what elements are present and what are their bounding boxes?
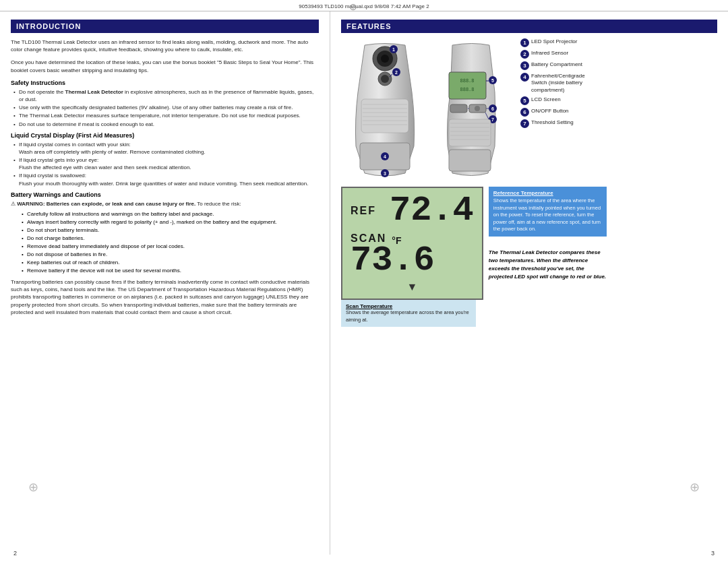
safety-bullet-1: Do not operate the Thermal Leak Detector… bbox=[13, 88, 319, 103]
page-number-right: 3 bbox=[711, 550, 715, 557]
feature-item-6: 6 ON/OFF Button bbox=[520, 108, 585, 117]
features-section-title: FEATURES bbox=[341, 20, 717, 33]
feature-item-4: 4 Fahrenheit/CentigradeSwitch (inside ba… bbox=[520, 73, 585, 94]
feature-item-5: 5 LCD Screen bbox=[520, 96, 585, 105]
scan-annotation-title: Scan Temperature bbox=[346, 303, 471, 309]
svg-text:6: 6 bbox=[491, 106, 494, 111]
battery-sub-1: Carefully follow all instructions and wa… bbox=[22, 210, 319, 218]
feature-item-1: 1 LED Spot Projector bbox=[520, 38, 585, 47]
feature-label-5: LCD Screen bbox=[531, 96, 561, 103]
lcd-left: REF 72.4 SCAN °F 73.6 ▼ Scan bbox=[341, 187, 483, 327]
feature-num-4: 4 bbox=[520, 73, 529, 82]
warning-bold-text: WARNING: Batteries can explode, or leak … bbox=[17, 201, 195, 207]
svg-text:4: 4 bbox=[384, 154, 386, 159]
scan-annotation: Scan Temperature Shows the average tempe… bbox=[341, 300, 476, 327]
features-upper: 1 2 bbox=[341, 38, 717, 181]
warning-suffix: To reduce the risk: bbox=[197, 201, 241, 207]
svg-point-6 bbox=[381, 75, 389, 83]
ref-annotation-title: Reference Temperature bbox=[493, 190, 602, 196]
header-text: 90539493 TLD100 manual.qxd 9/8/08 7:42 A… bbox=[299, 3, 429, 9]
page-number-left: 2 bbox=[13, 550, 17, 557]
feature-item-7: 7 Threshold Setting bbox=[520, 119, 585, 128]
feature-num-1: 1 bbox=[520, 38, 529, 47]
svg-point-2 bbox=[381, 55, 389, 63]
page-header: 90539493 TLD100 manual.qxd 9/8/08 7:42 A… bbox=[0, 0, 728, 11]
svg-text:3: 3 bbox=[384, 171, 386, 176]
feature-label-6: ON/OFF Button bbox=[531, 108, 569, 115]
svg-rect-22 bbox=[449, 72, 486, 99]
svg-text:888.8: 888.8 bbox=[460, 87, 474, 92]
intro-paragraph-1: The TLD100 Thermal Leak Detector uses an… bbox=[11, 38, 319, 53]
ref-annotation-box: Reference Temperature Shows the temperat… bbox=[489, 187, 607, 237]
lcd-ref-value: 72.4 bbox=[390, 193, 474, 228]
lcd-down-arrow: ▼ bbox=[351, 281, 474, 293]
intro-paragraph-2: Once you have determined the location of… bbox=[11, 59, 319, 73]
lcd-bullet-3: If liquid crystal is swallowed:Flush you… bbox=[13, 172, 319, 187]
feature-labels: 1 LED Spot Projector 2 Infrared Sensor 3… bbox=[515, 38, 585, 181]
right-annotations: Reference Temperature Shows the temperat… bbox=[489, 187, 607, 281]
svg-rect-10 bbox=[361, 99, 408, 133]
battery-paragraph: Transporting batteries can possibly caus… bbox=[11, 278, 319, 316]
battery-sub-6: Do not dispose of batteries in fire. bbox=[22, 251, 319, 259]
svg-rect-28 bbox=[450, 104, 467, 113]
lcd-title: Liquid Crystal Display (First Aid Measur… bbox=[11, 132, 319, 139]
device-side-diagram: 888.8 888.8 5 6 bbox=[435, 38, 510, 181]
feature-label-1: LED Spot Projector bbox=[531, 38, 577, 45]
right-panel: FEATURES bbox=[330, 11, 728, 555]
feature-label-2: Infrared Sensor bbox=[531, 50, 568, 57]
feature-label-7: Threshold Setting bbox=[531, 119, 574, 126]
battery-title: Battery Warnings and Cautions bbox=[11, 191, 319, 198]
ref-annotation-text: Shows the temperature of the area where … bbox=[493, 197, 602, 233]
reg-mark-top: ⊕ bbox=[349, 1, 357, 12]
feature-num-7: 7 bbox=[520, 119, 529, 128]
safety-bullets: Do not operate the Thermal Leak Detector… bbox=[11, 88, 319, 128]
battery-sub-2: Always insert battery correctly with reg… bbox=[22, 218, 319, 226]
lcd-bullet-1: If liquid crystal comes in contact with … bbox=[13, 141, 319, 156]
feature-label-3: Battery Compartment bbox=[531, 61, 582, 68]
svg-text:7: 7 bbox=[491, 117, 494, 122]
feature-num-6: 6 bbox=[520, 108, 529, 117]
feature-num-5: 5 bbox=[520, 96, 529, 105]
lcd-display: REF 72.4 SCAN °F 73.6 ▼ bbox=[341, 187, 483, 300]
reg-mark-right: ⊕ bbox=[690, 480, 700, 495]
feature-num-3: 3 bbox=[520, 61, 529, 70]
devices-container: 1 2 bbox=[341, 38, 510, 181]
svg-text:888.8: 888.8 bbox=[460, 78, 474, 84]
lcd-scan-value: 73.6 bbox=[351, 241, 435, 280]
battery-sub-5: Remove dead battery immediately and disp… bbox=[22, 243, 319, 251]
svg-text:1: 1 bbox=[392, 47, 395, 52]
safety-title: Safety Instructions bbox=[11, 80, 319, 86]
feature-num-2: 2 bbox=[520, 50, 529, 59]
warning-text: ⚠ WARNING: Batteries can explode, or lea… bbox=[11, 200, 319, 208]
feature-item-3: 3 Battery Compartment bbox=[520, 61, 585, 70]
intro-section-title: INTRODUCTION bbox=[11, 20, 319, 33]
feature-label-4: Fahrenheit/CentigradeSwitch (inside batt… bbox=[531, 73, 585, 94]
safety-bullet-4: Do not use to determine if meat is cooke… bbox=[13, 121, 319, 128]
battery-subbullets: Carefully follow all instructions and wa… bbox=[11, 210, 319, 275]
feature-item-2: 2 Infrared Sensor bbox=[520, 50, 585, 59]
safety-bullet-2: Use only with the specifically designate… bbox=[13, 104, 319, 111]
lcd-bullets: If liquid crystal comes in contact with … bbox=[11, 141, 319, 187]
svg-text:5: 5 bbox=[491, 78, 494, 83]
battery-sub-3: Do not short battery terminals. bbox=[22, 226, 319, 235]
thermal-note: The Thermal Leak Detector compares these… bbox=[489, 249, 607, 281]
svg-text:2: 2 bbox=[395, 70, 398, 75]
reg-mark-left: ⊕ bbox=[28, 480, 38, 495]
svg-point-33 bbox=[475, 106, 480, 111]
scan-annotation-text: Shows the average temperature across the… bbox=[346, 309, 471, 323]
safety-bullet-3: The Thermal Leak Detector measures surfa… bbox=[13, 112, 319, 119]
battery-sub-8: Remove battery if the device will not be… bbox=[22, 267, 319, 275]
lcd-bullet-2: If liquid crystal gets into your eye:Flu… bbox=[13, 156, 319, 171]
svg-rect-43 bbox=[449, 150, 491, 171]
battery-sub-7: Keep batteries out of reach of children. bbox=[22, 259, 319, 267]
battery-sub-4: Do not charge batteries. bbox=[22, 235, 319, 243]
device-front-diagram: 1 2 bbox=[341, 38, 429, 181]
left-panel: INTRODUCTION The TLD100 Thermal Leak Det… bbox=[0, 11, 330, 555]
lcd-section: REF 72.4 SCAN °F 73.6 ▼ Scan bbox=[341, 187, 717, 327]
lcd-ref-label: REF bbox=[351, 205, 384, 217]
